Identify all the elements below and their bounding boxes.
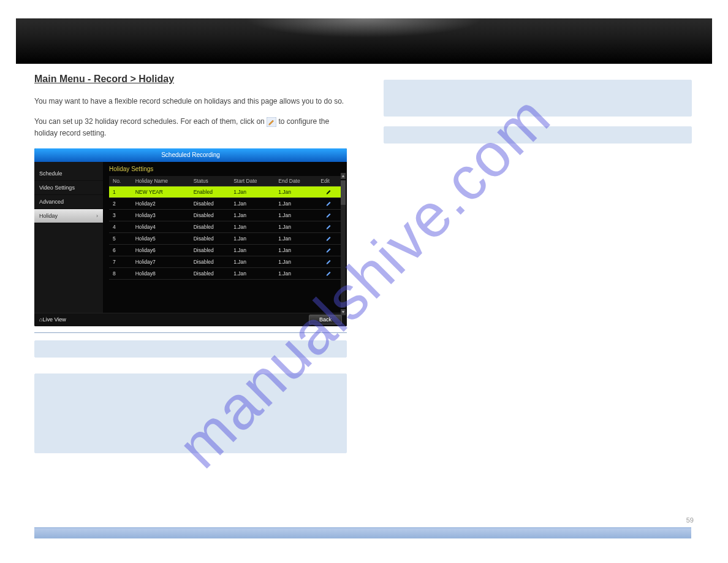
table-row[interactable]: 1NEW YEAREnabled1.Jan1.Jan xyxy=(109,186,341,197)
cell-no: 8 xyxy=(109,267,132,279)
col-holiday-name: Holiday Name xyxy=(132,176,190,186)
cell-status: Disabled xyxy=(190,209,230,221)
cell-no: 2 xyxy=(109,197,132,209)
info-box-right-1 xyxy=(384,80,692,117)
cell-end: 1.Jan xyxy=(275,186,317,197)
cell-status: Enabled xyxy=(190,186,230,197)
cell-end: 1.Jan xyxy=(275,256,317,267)
col-edit: Edit xyxy=(317,176,341,186)
scroll-up-icon[interactable]: ▲ xyxy=(341,173,346,179)
cell-start: 1.Jan xyxy=(230,232,275,244)
page-number: 59 xyxy=(686,516,694,524)
cell-status: Disabled xyxy=(190,267,230,279)
edit-row-icon[interactable] xyxy=(317,186,341,197)
cell-name: Holiday8 xyxy=(132,267,190,279)
dvr-scrollbar[interactable]: ▲ ▼ xyxy=(341,180,346,308)
sidebar-label: Holiday xyxy=(39,213,58,219)
sidebar-label: Video Settings xyxy=(39,185,75,191)
live-view-button[interactable]: Live View xyxy=(39,316,66,323)
table-row[interactable]: 4Holiday4Disabled1.Jan1.Jan xyxy=(109,221,341,232)
cell-name: Holiday3 xyxy=(132,209,190,221)
cell-no: 4 xyxy=(109,221,132,232)
dvr-sidebar: Schedule Video Settings Advanced Holiday… xyxy=(34,162,103,313)
cell-name: Holiday5 xyxy=(132,232,190,244)
intro-paragraph-2: You can set up 32 holiday record schedul… xyxy=(34,116,347,139)
cell-no: 6 xyxy=(109,244,132,256)
edit-row-icon[interactable] xyxy=(317,267,341,279)
info-box-left-1 xyxy=(34,340,347,358)
cell-start: 1.Jan xyxy=(230,186,275,197)
table-row[interactable]: 5Holiday5Disabled1.Jan1.Jan xyxy=(109,232,341,244)
col-no: No. xyxy=(109,176,132,186)
sidebar-item-advanced[interactable]: Advanced xyxy=(34,195,103,209)
sidebar-label: Schedule xyxy=(39,170,63,177)
edit-row-icon[interactable] xyxy=(317,209,341,221)
cell-name: Holiday6 xyxy=(132,244,190,256)
intro-paragraph-1: You may want to have a flexible record s… xyxy=(34,96,347,107)
sidebar-item-video-settings[interactable]: Video Settings xyxy=(34,181,103,195)
cell-end: 1.Jan xyxy=(275,197,317,209)
cell-status: Disabled xyxy=(190,244,230,256)
scroll-thumb[interactable] xyxy=(341,180,346,205)
cell-start: 1.Jan xyxy=(230,256,275,267)
edit-row-icon[interactable] xyxy=(317,221,341,232)
cell-start: 1.Jan xyxy=(230,197,275,209)
cell-name: Holiday7 xyxy=(132,256,190,267)
table-row[interactable]: 2Holiday2Disabled1.Jan1.Jan xyxy=(109,197,341,209)
back-button[interactable]: Back xyxy=(309,315,342,324)
table-row[interactable]: 7Holiday7Disabled1.Jan1.Jan xyxy=(109,256,341,267)
cell-status: Disabled xyxy=(190,232,230,244)
cell-end: 1.Jan xyxy=(275,244,317,256)
info-box-left-2 xyxy=(34,373,347,453)
cell-name: NEW YEAR xyxy=(132,186,190,197)
cell-status: Disabled xyxy=(190,256,230,267)
table-row[interactable]: 6Holiday6Disabled1.Jan1.Jan xyxy=(109,244,341,256)
cell-no: 7 xyxy=(109,256,132,267)
dvr-screenshot: Scheduled Recording Schedule Video Setti… xyxy=(34,148,347,326)
cell-status: Disabled xyxy=(190,197,230,209)
intro-p2-part1: You can set up 32 holiday record schedul… xyxy=(34,117,265,126)
cell-no: 1 xyxy=(109,186,132,197)
cell-name: Holiday2 xyxy=(132,197,190,209)
edit-row-icon[interactable] xyxy=(317,244,341,256)
holiday-table: No. Holiday Name Status Start Date End D… xyxy=(109,176,341,280)
top-banner xyxy=(16,18,712,64)
cell-status: Disabled xyxy=(190,221,230,232)
info-box-right-2 xyxy=(384,126,692,144)
cell-start: 1.Jan xyxy=(230,221,275,232)
cell-end: 1.Jan xyxy=(275,232,317,244)
chevron-right-icon: › xyxy=(96,213,98,219)
dvr-titlebar: Scheduled Recording xyxy=(34,148,347,162)
cell-end: 1.Jan xyxy=(275,267,317,279)
page-heading: Main Menu - Record > Holiday xyxy=(34,74,347,85)
edit-pencil-icon xyxy=(267,117,276,127)
table-row[interactable]: 3Holiday3Disabled1.Jan1.Jan xyxy=(109,209,341,221)
cell-name: Holiday4 xyxy=(132,221,190,232)
table-header-row: No. Holiday Name Status Start Date End D… xyxy=(109,176,341,186)
dvr-content-title: Holiday Settings xyxy=(109,166,341,172)
table-row[interactable]: 8Holiday8Disabled1.Jan1.Jan xyxy=(109,267,341,279)
cell-end: 1.Jan xyxy=(275,209,317,221)
cell-no: 5 xyxy=(109,232,132,244)
scroll-down-icon[interactable]: ▼ xyxy=(341,309,346,315)
sidebar-item-schedule[interactable]: Schedule xyxy=(34,167,103,181)
sidebar-item-holiday[interactable]: Holiday› xyxy=(34,209,103,223)
footer-bar xyxy=(34,527,691,538)
edit-row-icon[interactable] xyxy=(317,197,341,209)
cell-start: 1.Jan xyxy=(230,244,275,256)
sidebar-label: Advanced xyxy=(39,199,64,205)
cell-end: 1.Jan xyxy=(275,221,317,232)
col-end-date: End Date xyxy=(275,176,317,186)
cell-start: 1.Jan xyxy=(230,267,275,279)
edit-row-icon[interactable] xyxy=(317,232,341,244)
cell-start: 1.Jan xyxy=(230,209,275,221)
col-status: Status xyxy=(190,176,230,186)
col-start-date: Start Date xyxy=(230,176,275,186)
edit-row-icon[interactable] xyxy=(317,256,341,267)
cell-no: 3 xyxy=(109,209,132,221)
